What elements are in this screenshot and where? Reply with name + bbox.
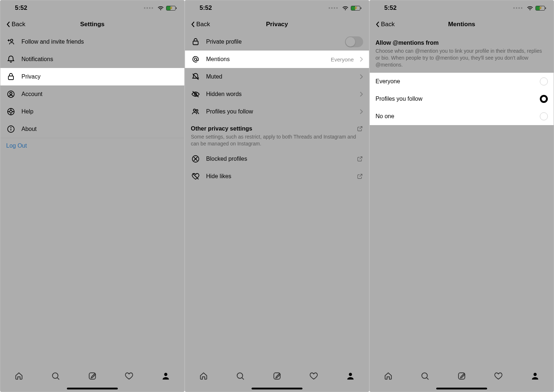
status-icons: ⚡	[144, 5, 176, 11]
privacy-row-mentions[interactable]: Mentions Everyone	[185, 51, 369, 68]
radio-icon	[540, 77, 548, 85]
profile-icon	[346, 371, 355, 381]
bell-off-icon	[191, 72, 200, 81]
status-time: 5:52	[200, 4, 212, 12]
settings-item-label: Privacy	[21, 73, 178, 80]
tab-activity[interactable]	[309, 371, 319, 381]
home-indicator	[252, 388, 302, 389]
privacy-row-muted[interactable]: Muted	[185, 68, 369, 85]
settings-item-follow-invite[interactable]: Follow and invite friends	[0, 33, 184, 51]
privacy-row-profiles-follow[interactable]: Profiles you follow	[185, 103, 369, 120]
signal-dots-icon	[329, 7, 338, 9]
back-button[interactable]: Back	[6, 21, 25, 28]
user-circle-icon	[6, 90, 16, 99]
mentions-option-profiles-follow[interactable]: Profiles you follow	[370, 90, 554, 108]
back-button[interactable]: Back	[191, 21, 210, 28]
radio-selected-icon	[540, 95, 548, 103]
help-icon	[6, 107, 16, 116]
privacy-row-hide-likes[interactable]: Hide likes	[185, 168, 369, 185]
tab-search[interactable]	[51, 371, 61, 381]
tab-activity[interactable]	[124, 371, 134, 381]
mentions-option-no-one[interactable]: No one	[370, 108, 554, 125]
nav-header: Back Mentions	[370, 16, 554, 33]
tab-compose[interactable]	[272, 371, 282, 381]
svg-point-7	[11, 128, 11, 128]
wifi-icon	[157, 5, 164, 11]
chevron-right-icon	[360, 74, 363, 80]
section-title: Other privacy settings	[191, 125, 252, 132]
tab-home[interactable]	[198, 371, 209, 381]
svg-point-5	[10, 111, 12, 113]
tab-profile[interactable]	[345, 371, 356, 381]
bell-icon	[6, 55, 16, 64]
other-privacy-header[interactable]: Other privacy settings	[185, 120, 369, 133]
eye-off-icon	[191, 90, 200, 99]
privacy-row-private-profile[interactable]: Private profile	[185, 33, 369, 51]
settings-item-notifications[interactable]: Notifications	[0, 51, 184, 68]
battery-icon: ⚡	[166, 6, 176, 11]
privacy-row-hidden-words[interactable]: Hidden words	[185, 85, 369, 103]
heart-icon	[309, 371, 318, 381]
status-time: 5:52	[384, 4, 397, 12]
battery-icon: ⚡	[535, 6, 545, 11]
svg-point-3	[10, 92, 12, 95]
block-icon	[191, 155, 200, 163]
users-icon	[191, 107, 200, 116]
settings-item-label: About	[21, 126, 178, 132]
chevron-left-icon	[6, 21, 11, 28]
settings-item-label: Follow and invite friends	[21, 39, 178, 45]
settings-item-label: Help	[21, 108, 178, 115]
private-profile-toggle[interactable]	[345, 36, 363, 47]
tab-search[interactable]	[420, 371, 430, 381]
tab-profile[interactable]	[161, 371, 171, 381]
chevron-right-icon	[360, 91, 363, 97]
status-icons: ⚡	[329, 5, 360, 11]
tab-home[interactable]	[14, 371, 24, 381]
tab-compose[interactable]	[87, 371, 97, 381]
home-icon	[384, 371, 393, 381]
compose-icon	[272, 371, 282, 381]
svg-point-15	[196, 110, 198, 112]
back-button[interactable]: Back	[376, 21, 395, 28]
privacy-screen: 5:52 ⚡ Back Privacy Private profile Ment…	[185, 0, 369, 392]
mentions-option-everyone[interactable]: Everyone	[370, 73, 554, 90]
wifi-icon	[342, 5, 349, 11]
tab-search[interactable]	[235, 371, 245, 381]
option-label: Everyone	[376, 78, 534, 85]
heart-off-icon	[191, 172, 200, 181]
row-value: Everyone	[331, 56, 354, 63]
at-icon	[191, 55, 200, 64]
signal-dots-icon	[144, 7, 153, 9]
row-label: Muted	[206, 73, 354, 80]
settings-item-privacy[interactable]: Privacy	[0, 68, 184, 85]
tab-compose[interactable]	[457, 371, 467, 381]
settings-item-about[interactable]: About	[0, 120, 184, 138]
other-privacy-subtext: Some settings, such as restrict, apply t…	[185, 133, 369, 150]
row-label: Hide likes	[206, 173, 351, 180]
svg-point-20	[422, 373, 427, 378]
privacy-row-blocked[interactable]: Blocked profiles	[185, 150, 369, 168]
radio-icon	[540, 112, 548, 120]
svg-point-22	[534, 373, 537, 376]
chevron-left-icon	[191, 21, 195, 28]
add-user-icon	[6, 37, 16, 46]
tab-activity[interactable]	[493, 371, 503, 381]
row-label: Profiles you follow	[206, 108, 354, 115]
svg-point-17	[237, 373, 242, 378]
svg-point-10	[164, 373, 168, 376]
home-icon	[14, 371, 24, 381]
settings-item-account[interactable]: Account	[0, 85, 184, 103]
tab-home[interactable]	[383, 371, 393, 381]
logout-button[interactable]: Log Out	[0, 138, 184, 153]
tab-profile[interactable]	[530, 371, 540, 381]
settings-item-help[interactable]: Help	[0, 103, 184, 120]
page-title: Privacy	[266, 21, 288, 28]
wifi-icon	[527, 5, 533, 11]
lock-icon	[191, 37, 200, 46]
option-label: No one	[376, 113, 534, 120]
back-label: Back	[12, 21, 25, 28]
heart-icon	[494, 371, 503, 381]
settings-item-label: Account	[21, 91, 178, 97]
status-bar: 5:52 ⚡	[370, 0, 554, 16]
mentions-heading: Allow @mentions from	[370, 33, 554, 48]
